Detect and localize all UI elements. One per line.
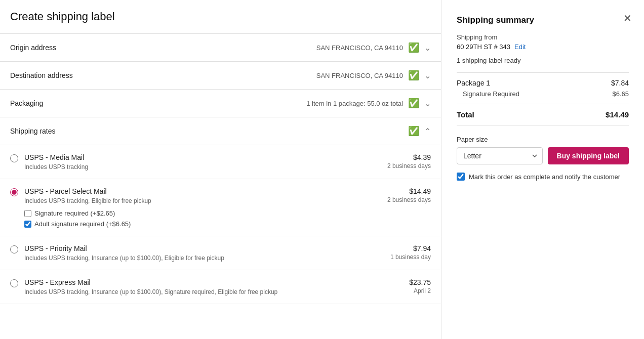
rate-name-priority-mail: USPS - Priority Mail [24, 244, 224, 252]
rate-delivery-priority-mail: 1 business day [390, 253, 431, 261]
rate-delivery-media-mail: 2 business days [387, 162, 431, 169]
packaging-check-icon: ✅ [408, 98, 419, 109]
origin-chevron-icon: ⌄ [424, 43, 431, 53]
origin-address-label: Origin address [10, 44, 101, 52]
origin-address-value: SAN FRANCISCO, CA 94110 [316, 44, 403, 52]
packaging-chevron-icon: ⌄ [424, 99, 431, 108]
rate-item-priority-mail: USPS - Priority Mail Includes USPS track… [0, 236, 441, 270]
page-title: Create shipping label [10, 10, 115, 23]
rate-left-media-mail: USPS - Media Mail Includes USPS tracking [10, 153, 88, 171]
rate-radio-parcel-select[interactable] [10, 188, 18, 196]
signature-label-summary: Signature Required [463, 90, 519, 98]
buy-shipping-label-button[interactable]: Buy shipping label [548, 147, 629, 164]
rate-info-media-mail: USPS - Media Mail Includes USPS tracking [24, 153, 88, 171]
rate-desc-express-mail: Includes USPS tracking, Insurance (up to… [24, 288, 277, 295]
destination-address-right: SAN FRANCISCO, CA 94110 ✅ ⌄ [316, 70, 431, 81]
shipping-rates-check-icon: ✅ [408, 125, 419, 137]
summary-divider-3 [457, 125, 629, 125]
summary-divider-1 [457, 72, 629, 73]
packaging-row[interactable]: Packaging 1 item in 1 package: 55.0 oz t… [0, 89, 441, 117]
total-row: Total $14.49 [457, 110, 629, 119]
close-button[interactable]: ✕ [621, 10, 634, 26]
destination-chevron-icon: ⌄ [424, 71, 431, 80]
summary-from-label: Shipping from [457, 33, 629, 41]
rate-item-media-mail: USPS - Media Mail Includes USPS tracking… [0, 145, 441, 179]
rate-desc-media-mail: Includes USPS tracking [24, 163, 88, 171]
origin-address-row[interactable]: Origin address SAN FRANCISCO, CA 94110 ✅… [0, 33, 441, 61]
rate-info-priority-mail: USPS - Priority Mail Includes USPS track… [24, 244, 224, 262]
rate-option-signature: Signature required (+$2.65) [24, 209, 151, 217]
summary-divider-2 [457, 104, 629, 104]
shipping-rates-section: Shipping rates ✅ ⌃ USPS - Media Mail Inc… [0, 117, 441, 304]
total-price: $14.49 [606, 110, 629, 119]
packaging-label: Packaging [10, 99, 101, 107]
rate-option-adult-signature: Adult signature required (+$6.65) [24, 220, 151, 228]
paper-size-section: Paper size Letter 4x6 Buy shipping label [457, 136, 629, 164]
shipping-rates-chevron-icon: ⌃ [424, 126, 431, 136]
signature-price-summary: $6.65 [612, 90, 629, 98]
adult-signature-checkbox[interactable] [24, 221, 31, 228]
destination-address-label: Destination address [10, 71, 101, 79]
rate-right-media-mail: $4.39 2 business days [387, 153, 431, 169]
rate-price-express-mail: $23.75 [409, 278, 431, 286]
notify-checkbox[interactable] [457, 173, 465, 181]
packaging-value: 1 item in 1 package: 55.0 oz total [306, 100, 403, 107]
rates-list: USPS - Media Mail Includes USPS tracking… [0, 145, 441, 304]
rate-price-media-mail: $4.39 [387, 153, 431, 161]
rate-desc-parcel-select: Includes USPS tracking, Eligible for fre… [24, 197, 151, 204]
signature-label: Signature required (+$2.65) [34, 209, 115, 217]
rate-price-parcel-select: $14.49 [387, 187, 431, 195]
notify-label: Mark this order as complete and notify t… [469, 173, 620, 181]
labels-ready: 1 shipping label ready [457, 57, 629, 64]
rate-item-express-mail: USPS - Express Mail Includes USPS tracki… [0, 270, 441, 304]
signature-checkbox[interactable] [24, 210, 31, 217]
rate-right-priority-mail: $7.94 1 business day [390, 244, 431, 261]
rate-name-parcel-select: USPS - Parcel Select Mail [24, 187, 151, 195]
summary-title: Shipping summary [457, 15, 629, 25]
shipping-rates-right: ✅ ⌃ [408, 125, 431, 137]
rate-desc-priority-mail: Includes USPS tracking, Insurance (up to… [24, 255, 224, 262]
summary-address-row: 60 29TH ST # 343 Edit [457, 43, 629, 51]
rate-name-media-mail: USPS - Media Mail [24, 153, 88, 161]
shipping-rates-label: Shipping rates [10, 127, 101, 135]
package-price: $7.84 [611, 79, 629, 87]
rate-item-parcel-select: USPS - Parcel Select Mail Includes USPS … [0, 179, 441, 236]
rate-info-express-mail: USPS - Express Mail Includes USPS tracki… [24, 278, 277, 295]
shipping-rates-header[interactable]: Shipping rates ✅ ⌃ [0, 117, 441, 145]
paper-size-row: Letter 4x6 Buy shipping label [457, 147, 629, 164]
adult-signature-label: Adult signature required (+$6.65) [34, 220, 131, 228]
signature-row: Signature Required $6.65 [457, 90, 629, 98]
notify-row: Mark this order as complete and notify t… [457, 173, 629, 181]
rate-radio-media-mail[interactable] [10, 154, 18, 162]
rate-right-express-mail: $23.75 April 2 [409, 278, 431, 294]
rate-right-parcel-select: $14.49 2 business days [387, 187, 431, 203]
total-label: Total [457, 110, 474, 119]
rate-radio-express-mail[interactable] [10, 279, 18, 287]
rate-radio-priority-mail[interactable] [10, 245, 18, 253]
rate-delivery-parcel-select: 2 business days [387, 196, 431, 203]
paper-size-label: Paper size [457, 136, 629, 143]
package-label: Package 1 [457, 79, 490, 87]
destination-address-row[interactable]: Destination address SAN FRANCISCO, CA 94… [0, 61, 441, 89]
packaging-right: 1 item in 1 package: 55.0 oz total ✅ ⌄ [306, 98, 431, 109]
origin-address-right: SAN FRANCISCO, CA 94110 ✅ ⌄ [316, 42, 431, 53]
rate-info-parcel-select: USPS - Parcel Select Mail Includes USPS … [24, 187, 151, 228]
rate-left-priority-mail: USPS - Priority Mail Includes USPS track… [10, 244, 224, 262]
paper-size-select[interactable]: Letter 4x6 [457, 147, 543, 164]
rate-price-priority-mail: $7.94 [390, 244, 431, 252]
summary-address: 60 29TH ST # 343 [457, 43, 510, 51]
package-row: Package 1 $7.84 [457, 79, 629, 87]
destination-check-icon: ✅ [408, 70, 419, 81]
origin-check-icon: ✅ [408, 42, 419, 53]
rate-left-express-mail: USPS - Express Mail Includes USPS tracki… [10, 278, 277, 295]
rate-name-express-mail: USPS - Express Mail [24, 278, 277, 286]
rate-options-parcel-select: Signature required (+$2.65) Adult signat… [24, 209, 151, 228]
right-panel: ✕ Shipping summary Shipping from 60 29TH… [441, 0, 644, 339]
rate-left-parcel-select: USPS - Parcel Select Mail Includes USPS … [10, 187, 151, 228]
destination-address-value: SAN FRANCISCO, CA 94110 [316, 72, 403, 79]
rate-delivery-express-mail: April 2 [409, 287, 431, 294]
edit-address-button[interactable]: Edit [514, 43, 526, 51]
